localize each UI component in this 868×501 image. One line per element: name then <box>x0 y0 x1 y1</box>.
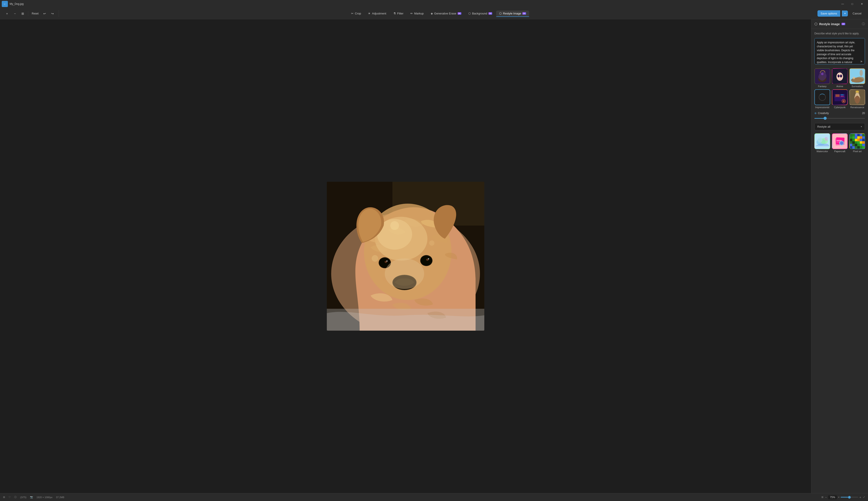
svg-rect-74 <box>852 139 855 141</box>
info-icon[interactable]: ⓘ <box>14 495 17 499</box>
fantasy-style-item[interactable]: Fantasy <box>814 68 830 88</box>
svg-point-11 <box>386 260 388 262</box>
maximize-button[interactable]: □ <box>848 1 857 7</box>
svg-rect-78 <box>862 139 865 141</box>
panel-info-button[interactable]: ⓘ <box>862 22 865 26</box>
svg-rect-77 <box>860 139 862 141</box>
panel-ai-badge: AI <box>842 23 845 25</box>
photo-mode-icon[interactable]: ⊞ <box>821 496 823 499</box>
svg-rect-80 <box>852 141 855 143</box>
crop-tool[interactable]: ✂ Crop <box>348 11 364 17</box>
surrealism-thumb <box>849 68 865 84</box>
svg-point-52 <box>824 137 828 141</box>
save-options-dropdown[interactable]: ▾ <box>842 11 848 17</box>
filter-tool[interactable]: ⚗ Filter <box>390 11 407 17</box>
grid-icon[interactable]: ⊞ <box>3 496 5 499</box>
style-description-input[interactable]: Apply an impressionism art style, charac… <box>814 38 865 64</box>
close-button[interactable]: ✕ <box>857 1 866 7</box>
zoom-value[interactable]: 75% <box>828 495 837 499</box>
papercraft-style-item[interactable]: Papercraft <box>832 134 848 153</box>
zoom-out-button[interactable]: − <box>825 495 827 499</box>
reset-button[interactable]: Reset <box>30 10 40 17</box>
creativity-row: ⊕ Creativity 20 <box>814 112 865 115</box>
generative-erase-icon: ◈ <box>431 12 433 15</box>
svg-rect-70 <box>857 136 860 139</box>
svg-rect-69 <box>855 136 857 139</box>
image-container <box>327 182 484 331</box>
statusbar: ⊞ ♡ ⓘ (3/75) 📷 1920 × 1080px 37.2MB ⊞ − … <box>0 493 868 501</box>
creativity-value: 20 <box>862 112 865 115</box>
main-content: ⬡ Restyle image AI ⓘ Describe what style… <box>0 19 868 493</box>
minimize-button[interactable]: — <box>838 1 847 7</box>
svg-rect-37 <box>835 94 839 97</box>
frame-button[interactable]: ⊞ <box>19 10 26 17</box>
zoom-slider[interactable] <box>840 497 858 498</box>
markup-tool[interactable]: ✏ Markup <box>407 11 427 17</box>
slider-thumb[interactable] <box>824 117 827 120</box>
zoom-out-button[interactable]: − <box>11 10 18 17</box>
save-options-button[interactable]: Save options <box>817 10 840 17</box>
cyberpunk-style-item[interactable]: Cyberpunk <box>832 89 848 109</box>
svg-rect-65 <box>860 134 862 136</box>
surrealism-style-item[interactable]: Surrealism <box>849 68 865 88</box>
expand-icon[interactable]: ⤢ <box>863 496 865 499</box>
slider-fill <box>814 118 824 119</box>
svg-rect-62 <box>852 134 855 136</box>
image-area <box>0 19 811 493</box>
svg-rect-86 <box>852 143 855 146</box>
svg-rect-71 <box>860 136 862 139</box>
send-icon[interactable]: ➤ <box>860 60 863 63</box>
creativity-slider[interactable] <box>814 117 865 120</box>
redo-button[interactable]: ↪ <box>49 10 56 17</box>
svg-rect-73 <box>850 139 852 141</box>
adjustment-tool[interactable]: ☀ Adjustment <box>365 11 389 17</box>
svg-point-47 <box>856 90 858 93</box>
restyle-dropdown[interactable]: Restyle all ▾ <box>814 123 865 130</box>
filter-label: Filter <box>397 12 404 15</box>
background-tool[interactable]: ⬡ Background AI <box>465 11 495 17</box>
cyberpunk-label: Cyberpunk <box>834 106 845 109</box>
creativity-label: ⊕ Creativity <box>814 112 829 115</box>
anime-style-item[interactable]: Anime <box>832 68 848 88</box>
generative-erase-tool[interactable]: ◈ Generative Erase AI <box>428 11 464 17</box>
svg-rect-38 <box>840 94 844 95</box>
cyberpunk-thumb <box>832 89 848 105</box>
filter-icon: ⚗ <box>393 12 396 15</box>
impressionist-style-item[interactable]: Impressionist <box>814 89 830 109</box>
svg-point-23 <box>821 73 823 75</box>
background-label: Background <box>472 12 487 15</box>
papercraft-thumb <box>832 134 848 149</box>
svg-rect-39 <box>840 96 844 97</box>
watercolor-style-item[interactable]: Watercolor <box>814 134 830 153</box>
svg-rect-83 <box>860 141 862 143</box>
dropdown-arrow[interactable]: ▾ <box>838 496 839 498</box>
svg-point-18 <box>429 241 435 246</box>
markup-icon: ✏ <box>410 12 413 15</box>
renaissance-label: Renaissance <box>850 106 864 109</box>
heart-icon[interactable]: ♡ <box>9 496 11 499</box>
svg-point-33 <box>859 70 863 76</box>
cancel-button[interactable]: Cancel <box>850 10 865 17</box>
panel-title: Restyle image <box>819 22 840 26</box>
svg-rect-84 <box>862 141 865 143</box>
pixelart-style-item[interactable]: Pixel art <box>849 134 865 153</box>
undo-button[interactable]: ↩ <box>41 10 48 17</box>
renaissance-style-item[interactable]: Renaissance <box>849 89 865 109</box>
restyle-icon: ⬡ <box>499 12 502 15</box>
restyle-image-tool[interactable]: ⬡ Restyle Image AI <box>496 11 529 17</box>
fantasy-thumb <box>814 68 830 84</box>
renaissance-thumb <box>849 89 865 105</box>
toolbar-tools: ✂ Crop ☀ Adjustment ⚗ Filter ✏ Markup ◈ … <box>61 11 816 17</box>
zoom-in-button[interactable]: + <box>3 10 11 17</box>
back-button[interactable]: ← <box>2 1 8 7</box>
zoom-slider-thumb[interactable] <box>848 496 851 499</box>
zoom-in-status-button[interactable]: + <box>859 495 861 499</box>
svg-rect-93 <box>855 146 857 149</box>
svg-rect-92 <box>852 146 855 149</box>
svg-point-57 <box>840 141 843 145</box>
titlebar: ← My_Dog.jpg — □ ✕ <box>0 0 868 8</box>
style-grid-bottom: Watercolor Papercra <box>814 134 865 153</box>
window-controls: — □ ✕ <box>838 1 866 7</box>
svg-rect-87 <box>855 143 857 146</box>
style-grid-top: Fantasy <box>814 68 865 109</box>
